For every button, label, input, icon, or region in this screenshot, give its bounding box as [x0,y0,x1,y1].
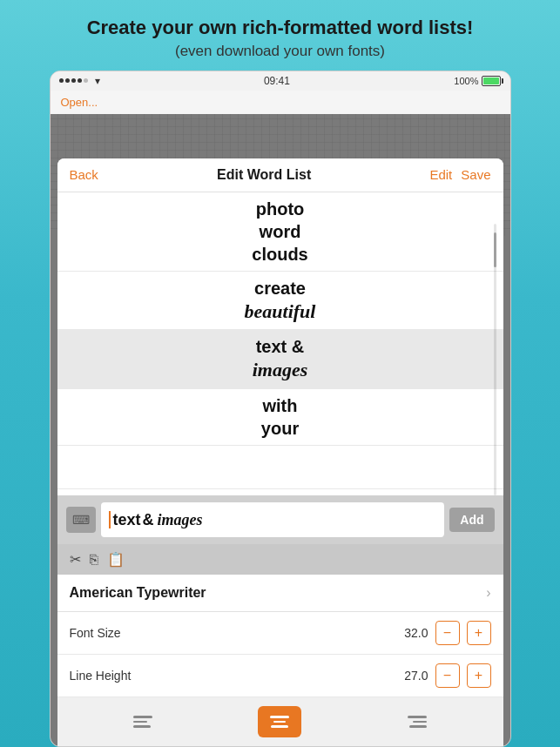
word-clouds: clouds [70,243,491,266]
word-word: word [70,220,491,243]
font-size-decrease[interactable]: − [435,621,460,645]
word-create: create [70,277,491,299]
font-size-value: 32.0 [397,626,428,640]
word-with: with [70,394,491,417]
font-panel: American Typewriter › Font Size 32.0 − +… [57,575,503,746]
list-item[interactable]: with your [57,389,503,446]
font-chevron-icon: › [486,585,490,601]
modal-actions: Edit Save [429,167,490,182]
line-height-label: Line Height [70,669,132,683]
font-size-row: Font Size 32.0 − + [57,612,503,655]
modal-container: Back Edit Word List Edit Save photo word… [57,158,503,746]
page-title: Create your own rich-formatted word list… [87,16,474,41]
word-text-images: text & images [70,335,491,383]
align-right-icon [408,716,427,728]
copy-icon[interactable]: ⎘ [90,552,98,568]
signal-dots [59,78,88,83]
line-height-increase[interactable]: + [467,663,491,688]
align-left-button[interactable] [121,706,165,737]
add-button[interactable]: Add [449,508,494,532]
input-amp: & [143,511,154,529]
align-center-icon [270,716,289,728]
word-input-display: text & images [101,502,445,537]
battery-pct: 100% [454,76,478,86]
status-left: ▾ [59,75,100,87]
status-time: 09:41 [264,75,290,87]
modal-edit-button[interactable]: Edit [429,167,452,182]
battery-fill [483,77,499,84]
modal-overlay: Back Edit Word List Edit Save photo word… [51,127,510,746]
input-area: ⌨ text & images Add [57,495,503,544]
input-bold-text: text [113,511,141,529]
scroll-thumb [494,232,496,267]
line-height-value: 27.0 [397,669,428,683]
modal-title: Edit Word List [217,167,311,183]
battery-icon [482,76,501,86]
font-name-row[interactable]: American Typewriter › [57,575,503,612]
app-toolbar: Open... [51,91,510,114]
keyboard-icon: ⌨ [72,513,90,527]
word-your: your [70,417,491,440]
paste-icon[interactable]: 📋 [107,551,125,568]
font-size-increase[interactable]: + [467,621,491,645]
word-list[interactable]: photo word clouds create beautiful text … [57,192,503,495]
line-height-row: Line Height 27.0 − + [57,655,503,697]
device-frame: ▾ 09:41 100% Open... oo Back Edit Word L… [50,71,511,747]
list-item-empty [57,446,503,489]
list-item[interactable]: photo word clouds [57,192,503,272]
list-item-selected[interactable]: text & images [57,330,503,389]
list-item[interactable]: create beautiful [57,272,503,331]
line-height-decrease[interactable]: − [435,663,460,688]
header-section: Create your own rich-formatted word list… [61,0,500,71]
open-button[interactable]: Open... [61,96,98,109]
word-photo: photo [70,198,491,220]
line-height-controls: 27.0 − + [397,663,491,688]
status-bar: ▾ 09:41 100% [51,71,510,91]
modal-save-button[interactable]: Save [461,167,490,182]
font-name: American Typewriter [70,585,206,601]
align-right-button[interactable] [395,706,439,737]
align-left-icon [133,716,152,728]
font-size-label: Font Size [70,626,121,640]
align-center-button[interactable] [258,706,301,737]
modal-header: Back Edit Word List Edit Save [57,158,503,192]
align-row [57,697,503,746]
input-italic-text: images [158,511,203,529]
word-input-wrapper[interactable]: text & images [101,502,445,537]
wifi-icon: ▾ [95,75,100,87]
edit-toolbar: ✂ ⎘ 📋 [57,544,503,575]
app-screen: Open... oo Back Edit Word List Edit Save [51,91,510,746]
word-beautiful: beautiful [70,299,491,325]
scroll-track [494,224,496,495]
font-size-controls: 32.0 − + [397,621,491,645]
page-subtitle: (even download your own fonts) [87,43,474,60]
modal-back-button[interactable]: Back [70,167,98,182]
keyboard-icon-button[interactable]: ⌨ [66,507,96,533]
status-right: 100% [454,76,501,86]
input-cursor [109,511,111,528]
cut-icon[interactable]: ✂ [70,551,81,568]
